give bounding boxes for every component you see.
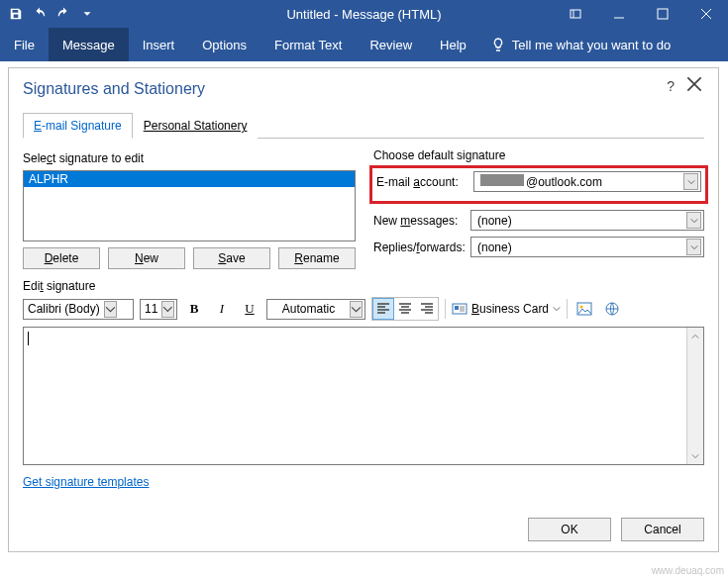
chevron-down-icon (553, 305, 561, 313)
align-right-button[interactable] (416, 298, 438, 320)
ribbon: File Message Insert Options Format Text … (0, 28, 728, 61)
cancel-button[interactable]: Cancel (621, 518, 704, 541)
scrollbar[interactable] (686, 328, 703, 464)
close-icon[interactable] (684, 0, 728, 28)
undo-icon[interactable] (30, 4, 50, 24)
align-left-button[interactable] (372, 298, 394, 320)
font-size-dropdown[interactable]: 11 (140, 299, 177, 320)
ribbon-display-icon[interactable] (554, 0, 597, 28)
chevron-down-icon[interactable] (104, 301, 117, 318)
editor-toolbar: Calibri (Body) 11 B I U Automatic Busine… (23, 297, 704, 321)
dialog-tabs: E-mail Signature Personal Stationery (23, 112, 704, 139)
get-templates-link[interactable]: Get signature templates (23, 475, 149, 489)
minimize-icon[interactable] (597, 0, 641, 28)
chevron-down-icon[interactable] (686, 239, 701, 255)
ok-button[interactable]: OK (528, 518, 611, 541)
choose-default-label: Choose default signature (373, 148, 704, 162)
business-card-button[interactable]: Business Card (452, 301, 561, 317)
email-account-dropdown[interactable]: @outlook.com (473, 171, 701, 192)
maximize-icon[interactable] (641, 0, 684, 28)
svg-rect-3 (455, 306, 459, 310)
chevron-down-icon[interactable] (350, 301, 363, 318)
italic-button[interactable]: I (211, 298, 233, 320)
delete-button[interactable]: Delete (23, 247, 100, 269)
signature-item[interactable]: ALPHR (24, 171, 355, 187)
svg-rect-1 (658, 9, 668, 19)
rename-button[interactable]: Rename (278, 247, 356, 269)
tab-file[interactable]: File (0, 28, 49, 61)
signature-list[interactable]: ALPHR (23, 170, 356, 241)
bold-button[interactable]: B (183, 298, 205, 320)
window-controls (554, 0, 728, 28)
tab-insert[interactable]: Insert (129, 28, 189, 61)
app-title: Untitled - Message (HTML) (286, 7, 441, 22)
tab-email-signature[interactable]: E-mail Signature (23, 113, 133, 139)
chevron-down-icon[interactable] (686, 212, 701, 229)
replies-forwards-dropdown[interactable]: (none) (470, 237, 704, 257)
email-account-label: E-mail account: (376, 175, 473, 189)
svg-point-5 (580, 306, 583, 309)
scroll-down-icon[interactable] (687, 447, 703, 464)
dialog-title: Signatures and Stationery (23, 80, 704, 98)
quick-access-toolbar (0, 4, 103, 24)
select-signature-label: Select signature to edit (23, 151, 144, 165)
title-bar: Untitled - Message (HTML) (0, 0, 728, 28)
new-messages-label: New messages: (373, 214, 470, 228)
font-color-dropdown[interactable]: Automatic (266, 299, 365, 320)
watermark: www.deuaq.com (652, 565, 724, 576)
new-messages-dropdown[interactable]: (none) (470, 210, 704, 231)
save-icon[interactable] (6, 4, 26, 24)
edit-signature-label: Edit signature (23, 279, 704, 293)
tab-review[interactable]: Review (356, 28, 426, 61)
redacted-text (480, 174, 524, 186)
tell-me[interactable]: Tell me what you want to do (480, 28, 680, 61)
chevron-down-icon[interactable] (161, 301, 174, 318)
align-center-button[interactable] (394, 298, 416, 320)
new-button[interactable]: New (108, 247, 185, 269)
svg-rect-0 (571, 10, 580, 18)
tab-personal-stationery[interactable]: Personal Stationery (133, 113, 259, 139)
highlighted-email-account: E-mail account: @outlook.com (369, 165, 708, 204)
font-family-dropdown[interactable]: Calibri (Body) (23, 299, 134, 320)
insert-picture-button[interactable] (573, 298, 595, 320)
scroll-up-icon[interactable] (687, 328, 703, 344)
replies-forwards-label: Replies/forwards: (373, 241, 470, 254)
dialog-close-icon[interactable] (686, 76, 706, 96)
tab-help[interactable]: Help (426, 28, 480, 61)
redo-icon[interactable] (53, 4, 73, 24)
tab-format-text[interactable]: Format Text (260, 28, 356, 61)
signatures-dialog: Signatures and Stationery ? E-mail Signa… (8, 67, 719, 552)
lightbulb-icon (490, 37, 506, 52)
chevron-down-icon[interactable] (683, 173, 698, 190)
text-cursor (28, 332, 29, 345)
tab-options[interactable]: Options (188, 28, 260, 61)
tab-message[interactable]: Message (49, 28, 129, 61)
qat-customize-icon[interactable] (77, 4, 97, 24)
save-button[interactable]: Save (193, 247, 270, 269)
insert-hyperlink-button[interactable] (601, 298, 623, 320)
underline-button[interactable]: U (239, 298, 260, 320)
business-card-icon (452, 301, 468, 317)
signature-editor[interactable] (23, 327, 704, 465)
help-icon[interactable]: ? (667, 78, 675, 94)
